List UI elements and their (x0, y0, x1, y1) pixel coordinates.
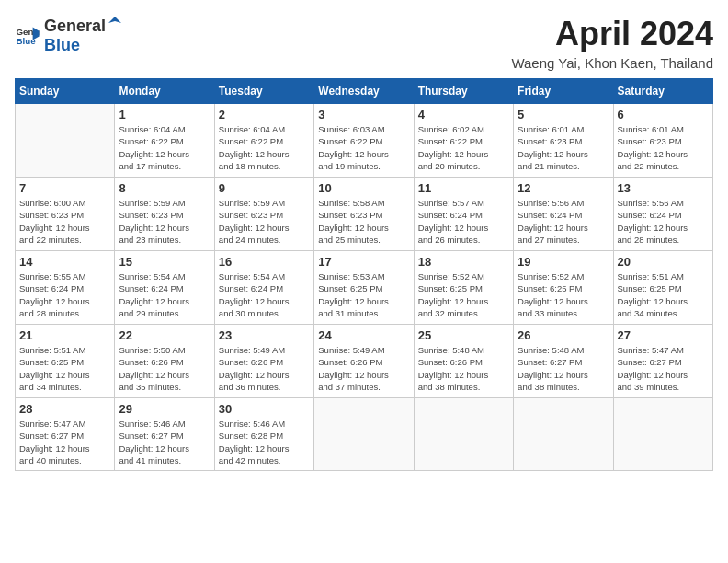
day-number: 23 (219, 328, 310, 342)
calendar-cell: 20Sunrise: 5:51 AMSunset: 6:25 PMDayligh… (613, 251, 712, 325)
day-number: 20 (618, 255, 709, 269)
calendar-cell: 12Sunrise: 5:56 AMSunset: 6:24 PMDayligh… (514, 178, 613, 251)
calendar-week-row: 7Sunrise: 6:00 AMSunset: 6:23 PMDaylight… (16, 178, 713, 251)
day-number: 29 (119, 402, 210, 416)
calendar-cell: 2Sunrise: 6:04 AMSunset: 6:22 PMDaylight… (214, 104, 313, 178)
day-number: 1 (119, 108, 210, 121)
day-info: Sunrise: 5:52 AMSunset: 6:25 PMDaylight:… (418, 270, 509, 319)
day-number: 19 (518, 255, 609, 269)
day-number: 28 (19, 402, 110, 416)
svg-text:Blue: Blue (16, 36, 36, 46)
day-info: Sunrise: 5:52 AMSunset: 6:25 PMDaylight:… (518, 270, 609, 319)
logo-bird-icon (107, 15, 123, 31)
calendar-cell: 9Sunrise: 5:59 AMSunset: 6:23 PMDaylight… (214, 178, 313, 251)
logo: General Blue General Blue (15, 15, 124, 55)
day-number: 26 (518, 328, 609, 342)
day-number: 30 (219, 402, 310, 416)
day-info: Sunrise: 5:53 AMSunset: 6:25 PMDaylight:… (318, 270, 409, 319)
title-area: April 2024 Waeng Yai, Khon Kaen, Thailan… (511, 15, 713, 71)
day-info: Sunrise: 6:04 AMSunset: 6:22 PMDaylight:… (119, 123, 210, 172)
day-number: 7 (19, 181, 110, 195)
logo-icon: General Blue (15, 22, 40, 48)
day-number: 25 (418, 328, 509, 342)
day-info: Sunrise: 5:54 AMSunset: 6:24 PMDaylight:… (119, 270, 210, 319)
day-info: Sunrise: 6:04 AMSunset: 6:22 PMDaylight:… (219, 123, 310, 172)
day-info: Sunrise: 5:49 AMSunset: 6:26 PMDaylight:… (219, 344, 310, 393)
calendar-cell: 13Sunrise: 5:56 AMSunset: 6:24 PMDayligh… (613, 178, 712, 251)
day-number: 24 (318, 328, 409, 342)
calendar-cell: 6Sunrise: 6:01 AMSunset: 6:23 PMDaylight… (613, 104, 712, 178)
calendar-table: SundayMondayTuesdayWednesdayThursdayFrid… (15, 78, 713, 471)
day-number: 18 (418, 255, 509, 269)
day-info: Sunrise: 6:03 AMSunset: 6:22 PMDaylight:… (318, 123, 409, 172)
svg-marker-3 (108, 17, 121, 23)
day-info: Sunrise: 5:46 AMSunset: 6:28 PMDaylight:… (219, 418, 310, 466)
day-info: Sunrise: 5:47 AMSunset: 6:27 PMDaylight:… (618, 344, 709, 393)
day-number: 12 (518, 181, 609, 195)
day-number: 6 (618, 108, 709, 121)
day-info: Sunrise: 5:54 AMSunset: 6:24 PMDaylight:… (219, 270, 310, 319)
calendar-cell: 21Sunrise: 5:51 AMSunset: 6:25 PMDayligh… (16, 325, 115, 398)
day-info: Sunrise: 5:48 AMSunset: 6:27 PMDaylight:… (518, 344, 609, 393)
day-number: 11 (418, 181, 509, 195)
day-number: 10 (318, 181, 409, 195)
header: General Blue General Blue April 2024 Wae… (15, 15, 713, 71)
calendar-cell (613, 398, 712, 471)
day-info: Sunrise: 5:59 AMSunset: 6:23 PMDaylight:… (119, 197, 210, 246)
day-info: Sunrise: 5:51 AMSunset: 6:25 PMDaylight:… (618, 270, 709, 319)
calendar-cell: 11Sunrise: 5:57 AMSunset: 6:24 PMDayligh… (414, 178, 513, 251)
day-info: Sunrise: 5:50 AMSunset: 6:26 PMDaylight:… (119, 344, 210, 393)
day-info: Sunrise: 5:57 AMSunset: 6:24 PMDaylight:… (418, 197, 509, 246)
calendar-cell: 4Sunrise: 6:02 AMSunset: 6:22 PMDaylight… (414, 104, 513, 178)
day-number: 5 (518, 108, 609, 121)
calendar-week-row: 28Sunrise: 5:47 AMSunset: 6:27 PMDayligh… (16, 398, 713, 471)
day-number: 15 (119, 255, 210, 269)
day-info: Sunrise: 5:59 AMSunset: 6:23 PMDaylight:… (219, 197, 310, 246)
calendar-body: 1Sunrise: 6:04 AMSunset: 6:22 PMDaylight… (16, 104, 713, 471)
calendar-cell: 29Sunrise: 5:46 AMSunset: 6:27 PMDayligh… (115, 398, 214, 471)
location-title: Waeng Yai, Khon Kaen, Thailand (511, 55, 713, 71)
calendar-cell: 23Sunrise: 5:49 AMSunset: 6:26 PMDayligh… (214, 325, 313, 398)
day-info: Sunrise: 5:56 AMSunset: 6:24 PMDaylight:… (618, 197, 709, 246)
calendar-cell: 7Sunrise: 6:00 AMSunset: 6:23 PMDaylight… (16, 178, 115, 251)
day-number: 8 (119, 181, 210, 195)
calendar-cell: 17Sunrise: 5:53 AMSunset: 6:25 PMDayligh… (314, 251, 414, 325)
calendar-cell: 24Sunrise: 5:49 AMSunset: 6:26 PMDayligh… (314, 325, 414, 398)
weekday-header-cell: Tuesday (214, 79, 313, 104)
weekday-header-cell: Saturday (613, 79, 712, 104)
calendar-cell (514, 398, 613, 471)
day-number: 14 (19, 255, 110, 269)
day-info: Sunrise: 5:49 AMSunset: 6:26 PMDaylight:… (318, 344, 409, 393)
calendar-cell: 28Sunrise: 5:47 AMSunset: 6:27 PMDayligh… (16, 398, 115, 471)
calendar-cell: 16Sunrise: 5:54 AMSunset: 6:24 PMDayligh… (214, 251, 313, 325)
calendar-cell (16, 104, 115, 178)
calendar-cell: 25Sunrise: 5:48 AMSunset: 6:26 PMDayligh… (414, 325, 513, 398)
day-number: 22 (119, 328, 210, 342)
calendar-cell: 22Sunrise: 5:50 AMSunset: 6:26 PMDayligh… (115, 325, 214, 398)
weekday-header-cell: Friday (514, 79, 613, 104)
calendar-cell: 10Sunrise: 5:58 AMSunset: 6:23 PMDayligh… (314, 178, 414, 251)
day-info: Sunrise: 5:47 AMSunset: 6:27 PMDaylight:… (19, 418, 110, 466)
calendar-week-row: 21Sunrise: 5:51 AMSunset: 6:25 PMDayligh… (16, 325, 713, 398)
day-number: 16 (219, 255, 310, 269)
day-number: 4 (418, 108, 509, 121)
day-info: Sunrise: 6:01 AMSunset: 6:23 PMDaylight:… (518, 123, 609, 172)
calendar-cell: 19Sunrise: 5:52 AMSunset: 6:25 PMDayligh… (514, 251, 613, 325)
calendar-week-row: 14Sunrise: 5:55 AMSunset: 6:24 PMDayligh… (16, 251, 713, 325)
day-info: Sunrise: 5:46 AMSunset: 6:27 PMDaylight:… (119, 418, 210, 466)
calendar-cell: 8Sunrise: 5:59 AMSunset: 6:23 PMDaylight… (115, 178, 214, 251)
day-info: Sunrise: 5:58 AMSunset: 6:23 PMDaylight:… (318, 197, 409, 246)
day-info: Sunrise: 5:55 AMSunset: 6:24 PMDaylight:… (19, 270, 110, 319)
day-number: 17 (318, 255, 409, 269)
calendar-cell: 27Sunrise: 5:47 AMSunset: 6:27 PMDayligh… (613, 325, 712, 398)
day-number: 9 (219, 181, 310, 195)
weekday-header-cell: Sunday (16, 79, 115, 104)
calendar-cell: 1Sunrise: 6:04 AMSunset: 6:22 PMDaylight… (115, 104, 214, 178)
day-number: 27 (618, 328, 709, 342)
calendar-cell: 3Sunrise: 6:03 AMSunset: 6:22 PMDaylight… (314, 104, 414, 178)
calendar-cell: 18Sunrise: 5:52 AMSunset: 6:25 PMDayligh… (414, 251, 513, 325)
day-number: 3 (318, 108, 409, 121)
calendar-week-row: 1Sunrise: 6:04 AMSunset: 6:22 PMDaylight… (16, 104, 713, 178)
calendar-cell: 26Sunrise: 5:48 AMSunset: 6:27 PMDayligh… (514, 325, 613, 398)
calendar-cell (314, 398, 414, 471)
